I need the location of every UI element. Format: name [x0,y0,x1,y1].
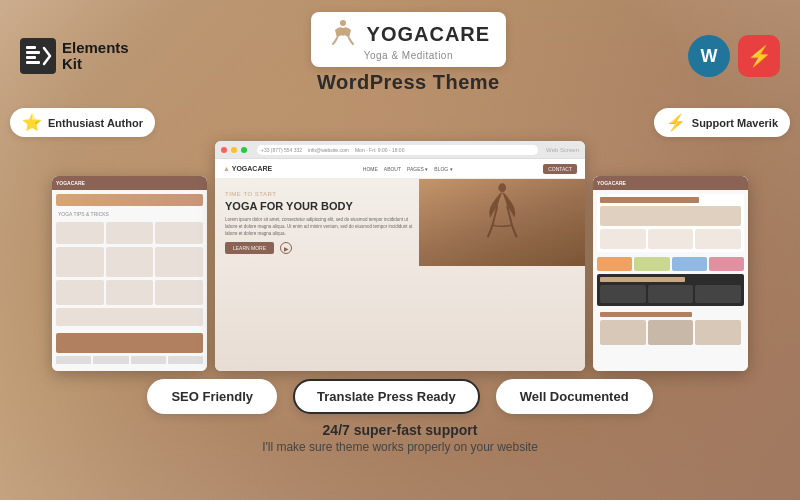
svg-rect-2 [26,56,36,59]
seo-label: SEO Friendly [171,389,253,404]
elementor-letter: ⚡ [747,44,772,68]
svg-rect-1 [26,51,40,54]
translate-pill: Translate Press Ready [293,379,480,414]
support-title: 24/7 super-fast support [262,422,538,438]
ek-text: Elements Kit [62,40,129,73]
screenshot-right: YOGACARE [593,176,748,371]
seo-pill: SEO Friendly [147,379,277,414]
yoga-subtitle: Yoga & Meditation [364,50,453,61]
badges-screenshots-row: ⭐ Enthusiast Author ⚡ Support Maverik [0,108,800,137]
screenshot-center: +33 (877) 554 332 info@website.com Mon -… [215,141,585,371]
star-icon: ⭐ [22,113,42,132]
enthusiast-badge: ⭐ Enthusiast Author [10,108,155,137]
docs-label: Well Documented [520,389,629,404]
svg-point-4 [340,20,346,26]
wordpress-theme-label: WordPress Theme [317,71,500,94]
main-content: Elements Kit YOGACARE Yoga & Meditation [0,0,800,500]
mini-hero-image [419,179,586,266]
svg-rect-0 [26,46,36,49]
browser-close [221,147,227,153]
mini-nav: ▲ YOGACARE HOME ABOUT PAGES ▾ BLOG ▾ CON… [215,159,585,179]
wordpress-icon: W [688,35,730,77]
mini-body-text: Lorem ipsum dolor sit amet, consectetur … [225,217,418,237]
browser-content: ▲ YOGACARE HOME ABOUT PAGES ▾ BLOG ▾ CON… [215,159,585,371]
platform-icons: W ⚡ [688,35,780,77]
mini-logo: ▲ YOGACARE [223,165,272,172]
features-row: SEO Friendly Translate Press Ready Well … [147,379,652,414]
browser-url-bar: +33 (877) 554 332 info@website.com Mon -… [257,145,538,155]
elementor-icon: ⚡ [738,35,780,77]
support-label: Support Maverik [692,117,778,129]
browser-minimize [231,147,237,153]
mini-contact-button: CONTACT [543,164,577,174]
mini-learn-button: LEARN MORE [225,242,274,254]
elementskit-logo: Elements Kit [20,38,129,74]
docs-pill: Well Documented [496,379,653,414]
browser-bar: +33 (877) 554 332 info@website.com Mon -… [215,141,585,159]
yogacare-icon [327,18,359,50]
header: Elements Kit YOGACARE Yoga & Meditation [0,0,800,108]
yogacare-logo: YOGACARE Yoga & Meditation [311,12,507,67]
lightning-icon: ⚡ [666,113,686,132]
ek-icon [20,38,56,74]
wp-letter: W [701,46,718,67]
svg-point-5 [498,183,506,192]
support-badge: ⚡ Support Maverik [654,108,790,137]
screenshot-left: YOGACARE YOGA TIPS & TRICKS [52,176,207,371]
mini-nav-links: HOME ABOUT PAGES ▾ BLOG ▾ [280,166,535,172]
browser-maximize [241,147,247,153]
translate-label: Translate Press Ready [317,389,456,404]
support-subtitle: I'll make sure theme works properly on y… [262,440,538,454]
elements-label: Elements [62,40,129,57]
mini-hero: TIME TO START YOGA FOR YOUR BODY Lorem i… [215,179,585,266]
screenshots-row: YOGACARE YOGA TIPS & TRICKS [0,141,800,371]
bottom-text: 24/7 super-fast support I'll make sure t… [262,422,538,454]
svg-rect-3 [26,61,40,64]
enthusiast-label: Enthusiast Author [48,117,143,129]
yogacare-name: YOGACARE [367,23,491,46]
kit-label: Kit [62,56,129,73]
